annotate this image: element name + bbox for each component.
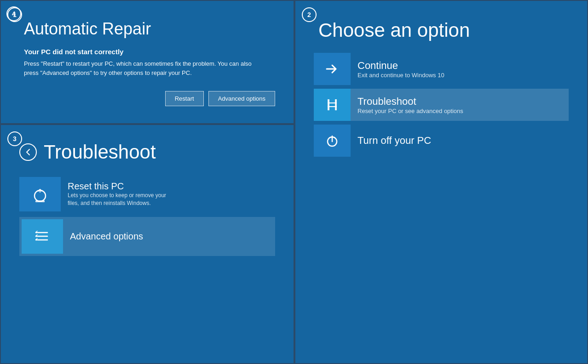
back-button-3[interactable] bbox=[19, 143, 37, 161]
automatic-repair-title: Automatic Repair bbox=[24, 19, 275, 39]
wrench-icon bbox=[323, 96, 341, 114]
panel-automatic-repair: 1 Automatic Repair Your PC did not start… bbox=[0, 0, 294, 124]
checklist-icon bbox=[32, 226, 53, 247]
continue-desc: Exit and continue to Windows 10 bbox=[357, 72, 444, 79]
advanced-ts-icon-box bbox=[22, 219, 63, 254]
step-badge-3: 3 bbox=[7, 131, 22, 146]
continue-text: Continue Exit and continue to Windows 10 bbox=[357, 60, 444, 79]
continue-title: Continue bbox=[357, 60, 444, 72]
back-arrow-icon bbox=[24, 148, 32, 156]
option-continue[interactable]: Continue Exit and continue to Windows 10 bbox=[314, 53, 569, 85]
turn-off-title: Turn off your PC bbox=[357, 135, 431, 147]
step-badge-2: 2 bbox=[302, 7, 317, 22]
advanced-ts-text: Advanced options bbox=[70, 231, 143, 242]
troubleshoot-page-title: Troubleshoot bbox=[44, 141, 156, 163]
reset-pc-icon-box bbox=[19, 177, 61, 211]
restart-button[interactable]: Restart bbox=[165, 91, 204, 106]
reset-pc-text: Reset this PC Lets you choose to keep or… bbox=[68, 181, 169, 207]
panel-choose-option: 2 Choose an option Continue Exit and con… bbox=[294, 0, 588, 364]
troubleshoot-desc: Reset your PC or see advanced options bbox=[357, 108, 463, 114]
svg-rect-1 bbox=[335, 99, 337, 110]
automatic-repair-description: Press "Restart" to restart your PC, whic… bbox=[24, 59, 263, 77]
option-reset-pc[interactable]: Reset this PC Lets you choose to keep or… bbox=[19, 177, 275, 211]
turn-off-text: Turn off your PC bbox=[357, 135, 431, 147]
arrow-right-icon bbox=[323, 60, 341, 78]
continue-icon-box bbox=[314, 53, 351, 85]
reset-pc-title: Reset this PC bbox=[68, 181, 169, 192]
automatic-repair-subtitle: Your PC did not start correctly bbox=[24, 48, 275, 56]
refresh-icon bbox=[29, 183, 52, 206]
option-troubleshoot[interactable]: Troubleshoot Reset your PC or see advanc… bbox=[314, 89, 569, 121]
troubleshoot-header: Troubleshoot bbox=[19, 141, 275, 163]
option-advanced-ts[interactable]: Advanced options bbox=[19, 217, 275, 256]
troubleshoot-title: Troubleshoot bbox=[357, 96, 463, 108]
option-turn-off[interactable]: Turn off your PC bbox=[314, 125, 569, 157]
svg-rect-5 bbox=[35, 200, 45, 202]
panel-troubleshoot: 3 Troubleshoot Reset this PC Lets you ch… bbox=[0, 124, 294, 364]
turn-off-icon-box bbox=[314, 125, 351, 157]
troubleshoot-icon-box bbox=[314, 89, 351, 121]
choose-option-title: Choose an option bbox=[318, 19, 569, 41]
power-icon bbox=[323, 131, 341, 150]
advanced-ts-title: Advanced options bbox=[70, 231, 143, 242]
automatic-repair-buttons: Restart Advanced options bbox=[19, 91, 275, 106]
svg-rect-0 bbox=[328, 99, 329, 110]
advanced-options-button-1[interactable]: Advanced options bbox=[208, 91, 275, 106]
troubleshoot-text: Troubleshoot Reset your PC or see advanc… bbox=[357, 96, 463, 114]
reset-pc-desc: Lets you choose to keep or remove your f… bbox=[68, 192, 169, 207]
